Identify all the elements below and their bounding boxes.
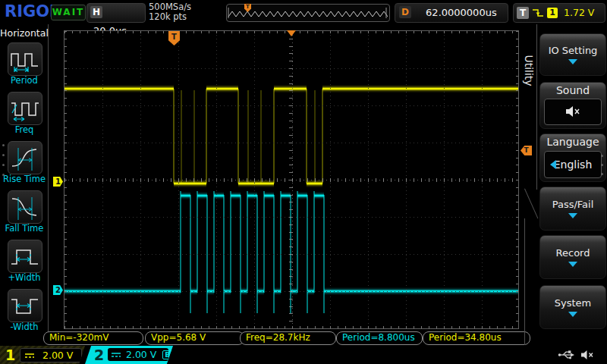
chevron-down-icon	[568, 213, 577, 218]
memory-depth: 120k pts	[149, 12, 191, 22]
delay-box[interactable]: D 62.0000000us	[395, 3, 508, 23]
bandwidth-limit-badge: B	[162, 350, 172, 359]
ch1-number: 1	[5, 347, 15, 363]
usb-icon	[558, 350, 576, 360]
freq-button[interactable]	[8, 92, 42, 125]
rise-time-button[interactable]	[8, 141, 42, 174]
measurement-period-ch2: Period=8.800us	[336, 331, 423, 345]
period-label: Period	[0, 75, 49, 86]
sound-label: Sound	[540, 84, 605, 96]
horizontal-center-marker	[287, 30, 296, 36]
falling-edge-icon	[532, 8, 544, 18]
ch1-status[interactable]: 1 2.00 V	[0, 346, 85, 364]
sound-state-box	[544, 99, 602, 125]
ch2-number: 2	[94, 347, 104, 363]
right-menu-scroll-dots	[601, 155, 603, 175]
utility-tab: Utility	[523, 55, 535, 86]
trigger-level-value: 1.72 V	[564, 4, 594, 22]
trigger-level-marker[interactable]: T	[521, 146, 532, 155]
pass-fail-button[interactable]: Pass/Fail	[539, 187, 606, 231]
dc-coupling-icon	[111, 350, 121, 359]
trigger-source-badge: 1	[547, 8, 558, 18]
io-setting-label: IO Setting	[540, 45, 605, 56]
acquisition-status: WAIT	[51, 5, 86, 20]
oscilloscope-screen: RIGOL WAIT H 20.0us 500MSa/s 120k pts T …	[0, 0, 607, 364]
horizontal-key-label: H	[90, 6, 102, 18]
delay-key-label: D	[399, 6, 411, 18]
delay-value: 62.0000000us	[426, 4, 497, 22]
left-menu-separator	[48, 24, 49, 345]
dc-coupling-icon	[24, 351, 35, 360]
ch1-scale-box: 2.00 V	[20, 348, 82, 362]
period-icon	[8, 43, 42, 75]
language-label: Language	[540, 136, 605, 148]
measurement-vpp: Vpp=5.68 V	[145, 331, 244, 345]
left-menu-title: Horizontal	[0, 27, 49, 39]
measurement-freq: Freq=28.7kHz	[240, 331, 336, 345]
graticule	[64, 30, 519, 329]
fall-time-label: Fall Time	[0, 223, 49, 234]
language-value-box: English	[544, 151, 602, 178]
neg-width-label: -Width	[0, 322, 49, 332]
utility-tab-border-lower	[524, 218, 525, 345]
channel-status-bar: 1 2.00 V 2 2.00 V B	[0, 346, 607, 364]
neg-width-icon	[8, 290, 42, 322]
record-button[interactable]: Record	[539, 235, 606, 279]
pos-width-label: +Width	[0, 272, 49, 283]
system-button[interactable]: System	[539, 285, 606, 329]
utility-tab-border	[536, 24, 537, 190]
ch2-scale-value: 2.00 V	[126, 349, 156, 360]
ch1-scale-value: 2.00 V	[42, 350, 73, 361]
pos-width-button[interactable]	[8, 240, 42, 273]
chevron-down-icon	[568, 262, 577, 267]
freq-icon	[8, 93, 42, 124]
period-button[interactable]	[8, 42, 42, 76]
horizontal-scale-box[interactable]: H 20.0us	[86, 3, 146, 23]
preview-zigzag	[228, 11, 388, 17]
chevron-down-icon	[568, 59, 577, 64]
fall-time-button[interactable]	[8, 190, 42, 224]
gridline	[64, 326, 518, 328]
io-setting-button[interactable]: IO Setting	[539, 33, 606, 76]
neg-width-button[interactable]	[8, 289, 42, 322]
system-label: System	[540, 297, 605, 309]
trigger-key-label: T	[517, 7, 529, 19]
ch2-status[interactable]: 2 2.00 V B	[85, 346, 173, 364]
gridline	[64, 31, 67, 328]
ch1-ground-marker[interactable]: 1	[53, 177, 63, 187]
utility-tab-border-diagonal	[524, 189, 538, 219]
rise-time-label: Rise Time	[0, 174, 49, 184]
record-label: Record	[540, 247, 605, 259]
speaker-muted-icon	[565, 105, 581, 118]
measurement-period-ch1: Period=34.80us	[423, 331, 530, 345]
gridline	[516, 31, 518, 328]
sound-button[interactable]: Sound	[539, 82, 606, 129]
pass-fail-label: Pass/Fail	[540, 199, 605, 210]
ch2-ground-marker[interactable]: 2	[53, 285, 63, 295]
chevron-down-icon	[568, 312, 577, 317]
measurement-min: Min=-320mV	[43, 331, 143, 345]
trigger-info-box[interactable]: T 1 1.72 V	[513, 3, 605, 23]
gridline	[64, 178, 518, 182]
acquisition-info: 500MSa/s 120k pts	[149, 2, 191, 22]
ch2-scale-box: 2.00 V B	[108, 348, 168, 361]
language-button[interactable]: Language English	[539, 133, 606, 182]
left-menu-scroll-dots	[2, 144, 5, 176]
chevron-left-icon	[550, 160, 556, 169]
fall-time-icon	[8, 191, 42, 223]
rise-time-icon	[8, 142, 42, 174]
pos-width-icon	[8, 240, 42, 272]
speaker-muted-icon	[580, 350, 596, 360]
freq-label: Freq	[0, 124, 49, 135]
